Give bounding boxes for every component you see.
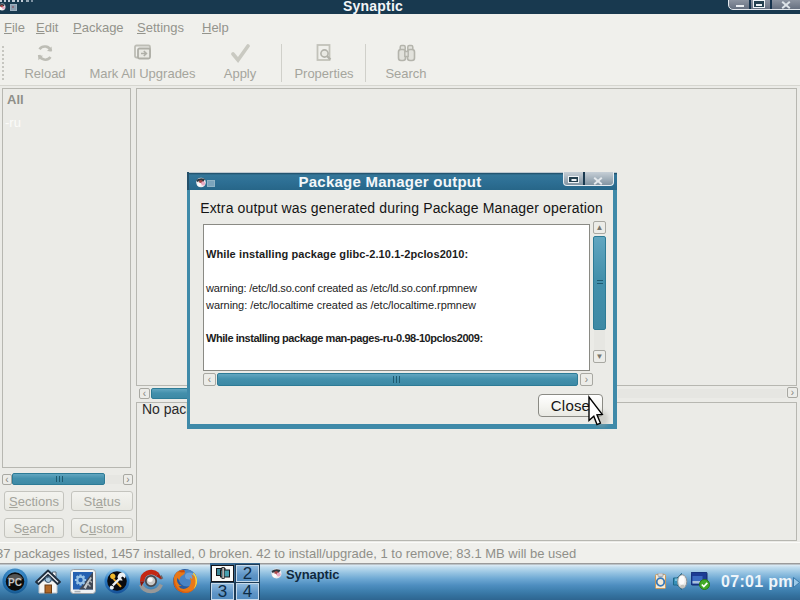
svg-text:PC: PC bbox=[8, 577, 22, 588]
